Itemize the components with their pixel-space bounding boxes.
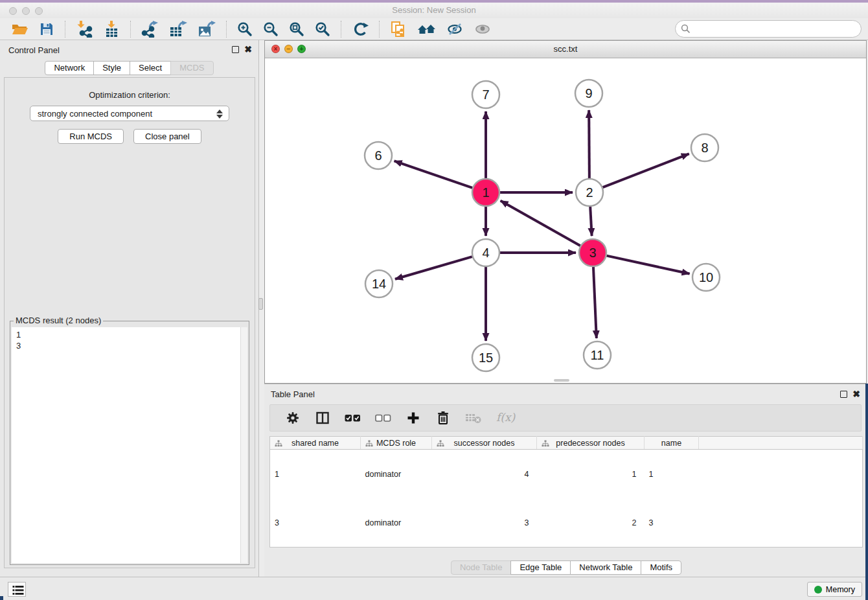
- table-tabs: Node TableEdge TableNetwork TableMotifs: [264, 560, 868, 575]
- table-cell[interactable]: 1: [645, 450, 699, 499]
- toolbar-separator: [226, 21, 227, 38]
- table-row[interactable]: 3dominator323: [270, 498, 863, 548]
- optimization-criterion-select[interactable]: strongly connected component: [30, 106, 229, 121]
- select-all-columns-button[interactable]: [341, 411, 364, 424]
- export-image-icon: [198, 21, 216, 38]
- show-all-button[interactable]: [471, 21, 494, 38]
- zoom-fit-button[interactable]: [286, 21, 308, 38]
- network-canvas[interactable]: 7968124314101511: [265, 58, 866, 383]
- hide-selected-button[interactable]: [444, 21, 467, 38]
- copy-network-icon: [390, 21, 407, 38]
- tab-network[interactable]: Network: [45, 61, 94, 75]
- import-network-icon: [76, 21, 93, 38]
- column-layout-button[interactable]: [312, 410, 334, 426]
- edge-2-3[interactable]: [590, 207, 591, 236]
- import-table-button[interactable]: [100, 20, 123, 38]
- function-builder-button[interactable]: f(x): [493, 417, 518, 419]
- apply-layout-button[interactable]: [348, 21, 372, 38]
- search-box: [675, 20, 862, 38]
- edge-3-10[interactable]: [606, 256, 689, 274]
- delete-table-button[interactable]: [462, 411, 485, 425]
- table-cell[interactable]: 2: [537, 498, 645, 548]
- search-icon: [681, 24, 691, 34]
- table-header-row: shared nameMCDS rolesuccessor nodesprede…: [270, 437, 863, 450]
- first-neighbors-button[interactable]: [414, 21, 440, 38]
- column-header-MCDS-role[interactable]: MCDS role: [361, 437, 432, 450]
- tab-edge-table[interactable]: Edge Table: [510, 560, 571, 575]
- export-table-button[interactable]: [166, 20, 190, 38]
- main-toolbar: [0, 18, 868, 40]
- network-window-title: scc.txt: [265, 44, 866, 54]
- tab-node-table[interactable]: Node Table: [451, 560, 512, 575]
- table-cell[interactable]: dominator: [361, 450, 432, 499]
- export-image-button[interactable]: [194, 20, 219, 38]
- column-header-shared-name[interactable]: shared name: [270, 437, 361, 450]
- attribute-tree-icon: [437, 440, 444, 447]
- close-panel-button[interactable]: ✖: [244, 45, 252, 54]
- task-history-button[interactable]: [8, 582, 26, 597]
- edge-2-8[interactable]: [603, 154, 689, 187]
- zoom-selected-button[interactable]: [312, 21, 334, 38]
- column-header-name[interactable]: name: [645, 437, 699, 450]
- panel-splitter-handle[interactable]: [258, 298, 263, 310]
- column-header-predecessor-nodes[interactable]: predecessor nodes: [537, 437, 645, 450]
- node-label-4: 4: [482, 246, 489, 260]
- node-table: shared nameMCDS rolesuccessor nodesprede…: [269, 436, 863, 548]
- open-session-button[interactable]: [8, 21, 32, 38]
- node-label-8: 8: [701, 141, 708, 155]
- float-panel-button[interactable]: [232, 46, 239, 53]
- add-column-button[interactable]: [402, 410, 424, 426]
- node-label-7: 7: [482, 87, 489, 102]
- close-panel-pushbutton[interactable]: Close panel: [133, 129, 201, 144]
- edge-3-1[interactable]: [501, 201, 580, 246]
- column-header-successor-nodes[interactable]: successor nodes: [432, 437, 537, 450]
- export-network-button[interactable]: [138, 20, 162, 38]
- import-network-button[interactable]: [73, 20, 96, 38]
- edge-4-14[interactable]: [395, 257, 472, 279]
- result-scrollbar[interactable]: [240, 327, 247, 563]
- memory-status-icon: [814, 586, 822, 594]
- save-floppy-icon: [39, 21, 54, 37]
- app-title: Session: New Session: [0, 5, 868, 15]
- save-session-button[interactable]: [36, 21, 58, 38]
- table-cell[interactable]: dominator: [361, 498, 432, 548]
- table-cell[interactable]: 3: [432, 498, 537, 548]
- table-cell[interactable]: 1: [537, 450, 645, 499]
- zoom-out-button[interactable]: [260, 21, 282, 38]
- table-cell[interactable]: 3: [270, 498, 361, 548]
- table-settings-button[interactable]: [282, 410, 304, 426]
- deselect-all-columns-button[interactable]: [372, 411, 394, 424]
- run-mcds-button[interactable]: Run MCDS: [58, 129, 124, 144]
- app-titlebar: Session: New Session: [0, 3, 868, 18]
- control-panel-tabs: NetworkStyleSelectMCDS: [0, 61, 258, 75]
- network-hscrollbar-handle[interactable]: [554, 379, 569, 382]
- memory-button[interactable]: Memory: [807, 582, 862, 597]
- toolbar-separator: [130, 21, 131, 38]
- export-table-icon: [169, 21, 187, 38]
- new-network-from-selection-button[interactable]: [387, 20, 410, 38]
- tab-network-table[interactable]: Network Table: [570, 560, 641, 575]
- eye-slash-icon: [447, 21, 464, 37]
- zoom-in-button[interactable]: [234, 21, 256, 38]
- close-table-panel-button[interactable]: ✖: [852, 389, 860, 398]
- tab-mcds[interactable]: MCDS: [170, 61, 213, 75]
- search-input[interactable]: [694, 24, 861, 34]
- edge-2-9[interactable]: [589, 110, 589, 178]
- table-cell[interactable]: 3: [645, 498, 699, 548]
- tab-style[interactable]: Style: [93, 61, 130, 75]
- tab-motifs[interactable]: Motifs: [641, 560, 681, 575]
- table-cell[interactable]: 4: [432, 450, 537, 499]
- edge-3-11[interactable]: [593, 267, 597, 338]
- edge-1-6[interactable]: [394, 161, 473, 187]
- delete-column-button[interactable]: [432, 410, 454, 426]
- mcds-result-group: MCDS result (2 nodes) 13: [10, 321, 249, 565]
- table-panel: Table Panel ✖: [264, 384, 868, 577]
- import-table-icon: [103, 21, 120, 38]
- table-cell[interactable]: 1: [270, 450, 361, 499]
- float-table-panel-button[interactable]: [840, 391, 847, 398]
- desktop-background-right: [865, 384, 868, 600]
- mcds-result-item: 1: [16, 329, 240, 340]
- mcds-result-item: 3: [16, 340, 240, 351]
- tab-select[interactable]: Select: [130, 61, 171, 75]
- table-row[interactable]: 1dominator411: [270, 450, 863, 499]
